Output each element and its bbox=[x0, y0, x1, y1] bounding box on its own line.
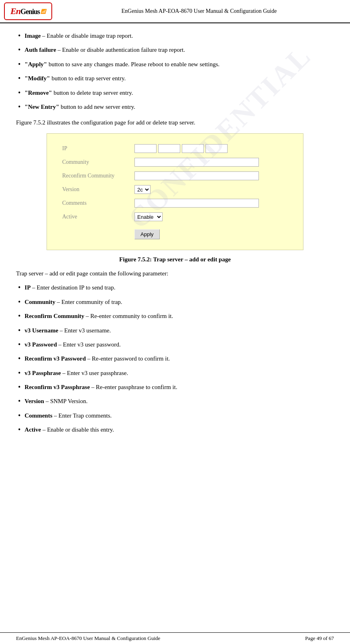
ip-octet-3[interactable] bbox=[182, 144, 204, 153]
ip-octet-2[interactable] bbox=[158, 144, 180, 153]
version-select[interactable]: 2c 1 3 bbox=[134, 185, 151, 194]
footer: EnGenius Mesh AP-EOA-8670 User Manual & … bbox=[0, 632, 350, 644]
apply-button[interactable]: Apply bbox=[134, 229, 160, 239]
bullet-v3-username-text: v3 Username – Enter v3 username. bbox=[24, 326, 111, 335]
bullet-active-text: Active – Enable or disable this entry. bbox=[24, 425, 114, 434]
form-row-active: Active Enable Disable bbox=[59, 210, 291, 224]
bullet-reconfirm-v3-password: Reconfirm v3 Password – Re-enter passwor… bbox=[16, 354, 334, 363]
active-select[interactable]: Enable Disable bbox=[134, 212, 163, 221]
form-row-ip: IP bbox=[59, 142, 291, 155]
bullet-reconfirm-community: Reconfirm Community – Re-enter community… bbox=[16, 312, 334, 321]
bullet-apply: "Apply" button to save any changes made.… bbox=[16, 60, 334, 69]
bullet-apply-text: "Apply" button to save any changes made.… bbox=[24, 60, 220, 69]
version-label: Version bbox=[59, 183, 131, 196]
figure-intro-text: Figure 7.5.2 illustrates the configurati… bbox=[16, 118, 334, 127]
bullet-community-text: Community – Enter community of trap. bbox=[24, 298, 122, 307]
bullet-ip-text: IP – Enter destination IP to send trap. bbox=[24, 283, 115, 292]
bullet-v3-passphrase-text: v3 Passphrase – Enter v3 user passphrase… bbox=[24, 369, 128, 378]
bullet-reconfirm-v3-passphrase: Reconfirm v3 Passphrase – Re-enter passp… bbox=[16, 383, 334, 392]
active-select-cell: Enable Disable bbox=[131, 210, 291, 224]
bullet-comments: Comments – Enter Trap comments. bbox=[16, 411, 334, 420]
logo-area: EnGenius 📶 bbox=[4, 2, 52, 20]
bullet-reconfirm-text: Reconfirm Community – Re-enter community… bbox=[24, 312, 173, 321]
bullet-modify-text: "Modify" button to edit trap server entr… bbox=[24, 74, 126, 83]
figure-caption: Figure 7.5.2: Trap server – add or edit … bbox=[16, 256, 334, 263]
bullet-auth-text: Auth failure – Enable or disable authent… bbox=[24, 45, 185, 55]
header: EnGenius 📶 EnGenius Mesh AP-EOA-8670 Use… bbox=[0, 0, 350, 23]
bullet-community: Community – Enter community of trap. bbox=[16, 298, 334, 307]
bullet-ip: IP – Enter destination IP to send trap. bbox=[16, 283, 334, 292]
comments-input-cell bbox=[131, 196, 291, 210]
ip-inputs-cell bbox=[131, 142, 291, 155]
form-row-version: Version 2c 1 3 bbox=[59, 183, 291, 196]
ip-label: IP bbox=[59, 142, 131, 155]
community-label: Community bbox=[59, 155, 131, 169]
bullet-remove: "Remove" button to delete trap server en… bbox=[16, 88, 334, 98]
footer-left: EnGenius Mesh AP-EOA-8670 User Manual & … bbox=[16, 635, 160, 642]
bullet-v3-password: v3 Password – Enter v3 user password. bbox=[16, 340, 334, 349]
reconfirm-input-cell bbox=[131, 169, 291, 183]
bullet-new-entry-text: "New Entry" button to add new server ent… bbox=[24, 102, 135, 112]
form-row-comments: Comments bbox=[59, 196, 291, 210]
paragraph-trap-server: Trap server – add or edit page contain t… bbox=[16, 269, 334, 278]
reconfirm-label: Reconfirm Community bbox=[59, 169, 131, 183]
bullet-image: Image – Enable or disable image trap rep… bbox=[16, 31, 334, 41]
bullet-comments-text: Comments – Enter Trap comments. bbox=[24, 411, 112, 420]
bullet-modify: "Modify" button to edit trap server entr… bbox=[16, 74, 334, 83]
bullet-remove-text: "Remove" button to delete trap server en… bbox=[24, 88, 133, 98]
bullet-active: Active – Enable or disable this entry. bbox=[16, 425, 334, 434]
bullet-image-text: Image – Enable or disable image trap rep… bbox=[24, 31, 133, 41]
logo-text: EnGenius bbox=[10, 6, 40, 16]
bullet-reconfirm-v3-passphrase-text: Reconfirm v3 Passphrase – Re-enter passp… bbox=[24, 383, 177, 392]
ip-octet-4[interactable] bbox=[206, 144, 228, 153]
apply-button-cell: Apply bbox=[131, 224, 291, 242]
top-bullet-list: Image – Enable or disable image trap rep… bbox=[16, 31, 334, 112]
version-select-cell: 2c 1 3 bbox=[131, 183, 291, 196]
logo-box: EnGenius 📶 bbox=[4, 2, 52, 20]
footer-right: Page 49 of 67 bbox=[305, 635, 334, 642]
bullet-reconfirm-v3-password-text: Reconfirm v3 Password – Re-enter passwor… bbox=[24, 354, 170, 363]
community-input[interactable] bbox=[134, 158, 259, 167]
figure-container: IP Community Reconfirm Community bbox=[47, 133, 303, 250]
comments-label: Comments bbox=[59, 196, 131, 210]
bullet-version: Version – SNMP Version. bbox=[16, 397, 334, 406]
main-content: Image – Enable or disable image trap rep… bbox=[0, 27, 350, 449]
bottom-bullet-list: IP – Enter destination IP to send trap. … bbox=[16, 283, 334, 434]
reconfirm-community-input[interactable] bbox=[134, 171, 259, 180]
form-table: IP Community Reconfirm Community bbox=[59, 142, 291, 242]
comments-input[interactable] bbox=[134, 199, 259, 208]
bullet-v3-passphrase: v3 Passphrase – Enter v3 user passphrase… bbox=[16, 369, 334, 378]
form-row-community: Community bbox=[59, 155, 291, 169]
form-row-reconfirm: Reconfirm Community bbox=[59, 169, 291, 183]
bullet-version-text: Version – SNMP Version. bbox=[24, 397, 88, 406]
active-label: Active bbox=[59, 210, 131, 224]
bullet-v3-password-text: v3 Password – Enter v3 user password. bbox=[24, 340, 121, 349]
bullet-auth: Auth failure – Enable or disable authent… bbox=[16, 45, 334, 55]
ip-octet-1[interactable] bbox=[134, 144, 157, 153]
community-input-cell bbox=[131, 155, 291, 169]
apply-spacer bbox=[59, 224, 131, 242]
form-row-apply: Apply bbox=[59, 224, 291, 242]
bullet-new-entry: "New Entry" button to add new server ent… bbox=[16, 102, 334, 112]
header-title: EnGenius Mesh AP-EOA-8670 User Manual & … bbox=[52, 8, 346, 14]
ip-inputs-group bbox=[134, 144, 288, 153]
bullet-v3-username: v3 Username – Enter v3 username. bbox=[16, 326, 334, 335]
logo-signal-icon: 📶 bbox=[41, 9, 46, 14]
